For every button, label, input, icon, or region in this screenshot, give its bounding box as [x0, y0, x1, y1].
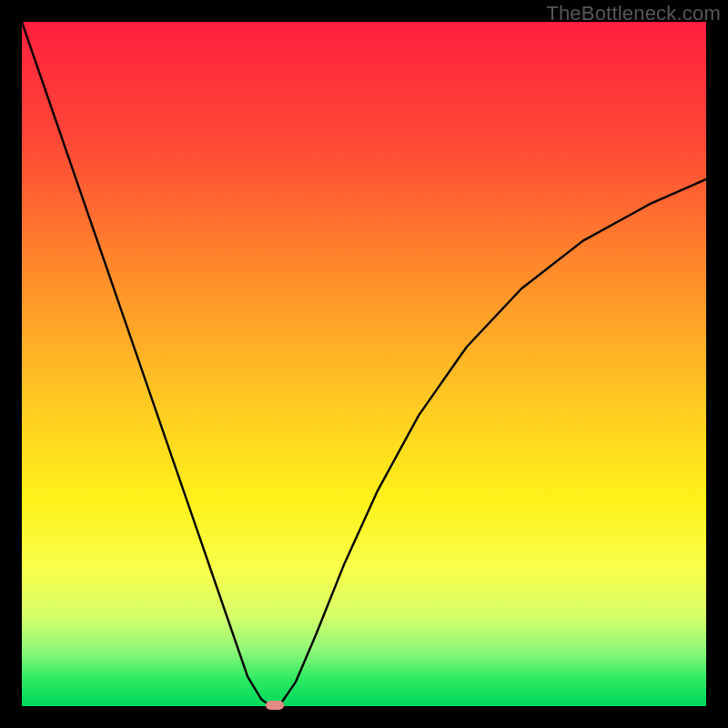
minimum-marker — [266, 701, 284, 710]
curve-svg — [22, 22, 706, 706]
outer-frame: TheBottleneck.com — [0, 0, 728, 728]
bottleneck-curve — [22, 22, 706, 706]
plot-area — [22, 22, 706, 706]
